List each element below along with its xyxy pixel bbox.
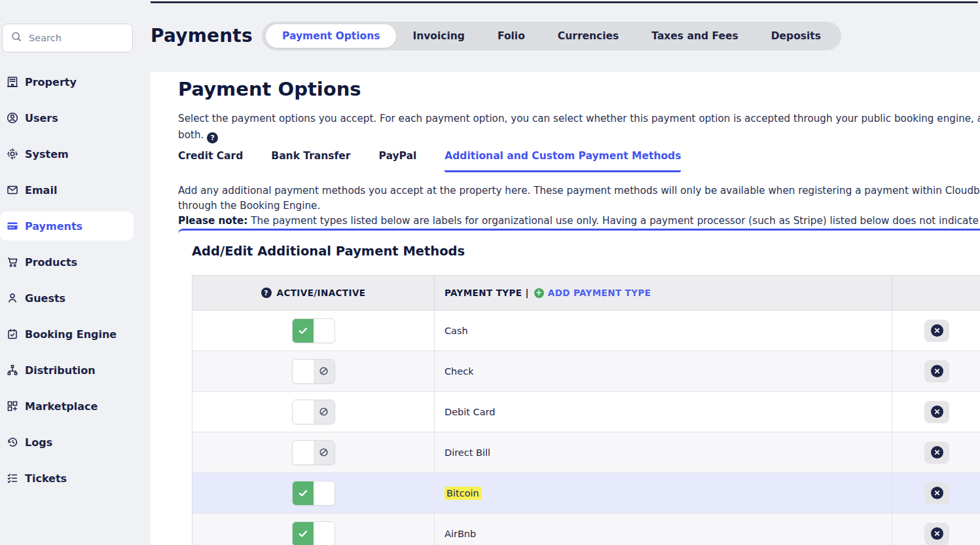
gear-icon	[6, 147, 19, 160]
tab-invoicing[interactable]: Invoicing	[396, 24, 481, 48]
sidebar-item-payments[interactable]: Payments	[0, 212, 134, 240]
search-input[interactable]	[29, 33, 147, 43]
delete-x-icon	[931, 527, 943, 540]
sidebar-item-label: Payments	[25, 220, 82, 233]
table-header-row: ? ACTIVE/INACTIVE PAYMENT TYPE | + ADD P…	[192, 275, 980, 310]
sidebar-item-products[interactable]: Products	[0, 248, 134, 276]
intro-line-2: both.	[178, 129, 204, 141]
history-icon	[6, 436, 19, 449]
active-inactive-toggle[interactable]	[292, 400, 335, 424]
active-inactive-toggle[interactable]	[292, 318, 335, 343]
delete-x-icon	[931, 446, 943, 459]
help-icon[interactable]: ?	[207, 132, 218, 143]
payment-type-name: AirBnb	[445, 529, 476, 539]
tab-taxes-and-fees[interactable]: Taxes and Fees	[635, 24, 754, 48]
payment-type-cell: Cash	[435, 310, 892, 350]
credit-card-icon	[6, 219, 19, 233]
payment-methods-table: ? ACTIVE/INACTIVE PAYMENT TYPE | + ADD P…	[192, 275, 980, 545]
active-inactive-toggle[interactable]	[292, 440, 335, 465]
payment-type-name: Check	[445, 366, 474, 377]
header-tabs: Payment OptionsInvoicingFolioCurrenciesT…	[262, 22, 841, 50]
sidebar-item-tickets[interactable]: Tickets	[0, 464, 134, 493]
delete-payment-type-button[interactable]	[924, 523, 949, 545]
sidebar-item-users[interactable]: Users	[0, 103, 134, 132]
sidebar-item-system[interactable]: System	[0, 140, 134, 168]
sidebar-item-label: Distribution	[25, 364, 96, 377]
toggle-cell	[192, 432, 435, 472]
toggle-on-half	[293, 360, 314, 383]
payment-type-cell: Bitcoin	[435, 473, 892, 513]
grid-plus-icon	[6, 400, 19, 413]
payment-type-cell: AirBnb	[435, 514, 892, 545]
envelope-icon	[6, 183, 19, 197]
sidebar-item-email[interactable]: Email	[0, 176, 134, 204]
note-line-1: Add any additional payment methods you a…	[178, 183, 980, 198]
payment-subtabs: Credit CardBank TransferPayPalAdditional…	[178, 150, 980, 172]
delete-payment-type-button[interactable]	[924, 360, 949, 383]
payment-type-name: Cash	[445, 326, 468, 336]
header-payment-type: PAYMENT TYPE |	[445, 288, 529, 298]
subtab-additional-and-custom-payment-methods[interactable]: Additional and Custom Payment Methods	[445, 150, 681, 172]
sitemap-icon	[6, 364, 19, 377]
actions-cell	[892, 351, 980, 391]
delete-payment-type-button[interactable]	[924, 482, 949, 504]
payment-type-name: Direct Bill	[445, 447, 490, 458]
toggle-off-half	[314, 319, 335, 343]
delete-x-icon	[931, 405, 943, 418]
delete-x-icon	[931, 365, 943, 377]
toggle-off-half	[314, 522, 335, 545]
users-icon	[6, 111, 19, 124]
toggle-off-half	[314, 400, 335, 424]
add-payment-type-button[interactable]: + ADD PAYMENT TYPE	[534, 288, 651, 298]
sidebar-item-label: Users	[25, 112, 58, 124]
toggle-cell	[192, 392, 435, 432]
building-icon	[6, 75, 19, 88]
active-inactive-toggle[interactable]	[292, 359, 335, 384]
table-body: CashCheckDebit CardDirect BillBitcoinAir…	[192, 310, 980, 545]
cart-icon	[6, 255, 19, 269]
delete-payment-type-button[interactable]	[924, 401, 949, 423]
subtab-credit-card[interactable]: Credit Card	[178, 150, 243, 172]
actions-cell	[892, 392, 980, 432]
sidebar-item-logs[interactable]: Logs	[0, 428, 134, 457]
delete-payment-type-button[interactable]	[924, 320, 949, 342]
additional-payment-methods-card: Add/Edit Additional Payment Methods ? AC…	[178, 229, 980, 545]
active-inactive-toggle[interactable]	[292, 481, 335, 506]
payment-type-cell: Debit Card	[435, 392, 892, 432]
toggle-cell	[192, 514, 435, 545]
toggle-cell	[192, 310, 435, 350]
tab-deposits[interactable]: Deposits	[755, 24, 837, 48]
help-icon[interactable]: ?	[261, 288, 272, 298]
payment-method-row: Bitcoin	[192, 473, 980, 514]
actions-cell	[892, 473, 980, 513]
page-header-title: Payments	[151, 25, 253, 47]
person-icon	[6, 291, 19, 305]
subtab-bank-transfer[interactable]: Bank Transfer	[271, 150, 350, 172]
tab-folio[interactable]: Folio	[481, 24, 541, 48]
note-line-2: through the Booking Engine.	[178, 198, 980, 214]
toggle-off-half	[314, 360, 335, 383]
active-inactive-toggle[interactable]	[292, 521, 335, 545]
sidebar-item-property[interactable]: Property	[0, 67, 134, 96]
sidebar-item-guests[interactable]: Guests	[0, 284, 134, 312]
payment-method-row: Cash	[192, 310, 980, 351]
actions-cell	[892, 310, 980, 350]
delete-payment-type-button[interactable]	[924, 442, 949, 464]
sidebar-item-label: Logs	[25, 436, 52, 449]
toggle-on-half	[293, 319, 314, 343]
sidebar-item-label: Tickets	[25, 472, 67, 485]
sidebar-item-marketplace[interactable]: Marketplace	[0, 392, 134, 421]
sidebar-item-label: Booking Engine	[25, 328, 117, 341]
toggle-cell	[192, 473, 435, 513]
sidebar-item-distribution[interactable]: Distribution	[0, 356, 134, 385]
card-title: Add/Edit Additional Payment Methods	[192, 243, 980, 260]
subtab-paypal[interactable]: PayPal	[378, 150, 416, 172]
tab-payment-options[interactable]: Payment Options	[266, 24, 396, 48]
header-active-inactive: ? ACTIVE/INACTIVE	[192, 276, 435, 310]
toggle-on-half	[293, 400, 314, 424]
sidebar-item-label: Guests	[25, 292, 65, 305]
tab-currencies[interactable]: Currencies	[541, 24, 635, 48]
search-box[interactable]	[2, 24, 133, 52]
intro-line-1: Select the payment options you accept. F…	[178, 111, 980, 127]
sidebar-item-booking-engine[interactable]: Booking Engine	[0, 320, 134, 348]
